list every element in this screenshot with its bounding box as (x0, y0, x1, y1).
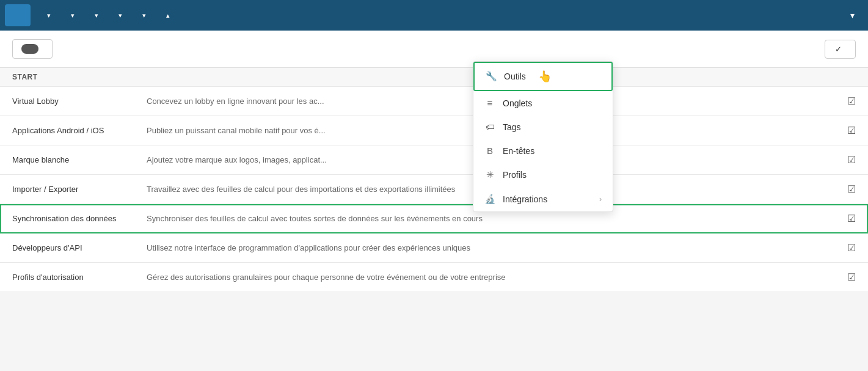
dropdown-item-label: Onglets (503, 98, 532, 108)
nav-item-analytics[interactable]: ▾ (131, 0, 155, 31)
integrations-icon: 🔬 (484, 194, 495, 205)
dropdown-item-label: Intégrations (503, 194, 547, 204)
dropdown-item-en-tetes[interactable]: B En-têtes (473, 139, 613, 163)
tool-checkbox-cell[interactable]: ☑ (835, 233, 868, 263)
tools-table: START Virtual Lobby Concevez un lobby en… (0, 68, 868, 292)
nav-item-agenda[interactable]: ▾ (59, 0, 83, 31)
dropdown-item-integrations[interactable]: 🔬 Intégrations › (473, 187, 613, 211)
toolbar: ✓ (0, 31, 868, 68)
tool-checkbox-cell[interactable]: ☑ (835, 175, 868, 204)
tool-checkbox-cell[interactable]: ☑ (835, 263, 868, 292)
tool-name: Virtual Lobby (0, 87, 134, 116)
outils-icon: 🔧 (486, 71, 497, 82)
chevron-down-icon: ▾ (850, 10, 855, 20)
cursor-icon: 👆 (538, 70, 552, 83)
chevron-up-icon: ▴ (166, 12, 170, 20)
tool-description: Gérez des autorisations granulaires pour… (134, 263, 835, 292)
dropdown-item-label: En-têtes (503, 146, 534, 156)
tool-name: Applications Android / iOS (0, 116, 134, 145)
nav-item-reglages[interactable]: ▴ (155, 0, 178, 31)
toggle-icon (21, 44, 38, 54)
checkbox-icon[interactable]: ☑ (847, 155, 856, 165)
checkbox-icon[interactable]: ☑ (847, 272, 856, 282)
tags-icon: 🏷 (484, 122, 495, 132)
chevron-down-icon: ▾ (95, 12, 98, 20)
tool-name: Profils d'autorisation (0, 263, 134, 292)
navbar: ▾ ▾ ▾ ▾ ▾ ▴ ▾ (0, 0, 868, 31)
nav-item-personnes[interactable]: ▾ (83, 0, 107, 31)
dropdown-item-onglets[interactable]: ≡ Onglets (473, 91, 613, 115)
table-row: Virtual Lobby Concevez un lobby en ligne… (0, 87, 868, 116)
fin-button[interactable]: ✓ (825, 40, 856, 59)
tool-checkbox-cell[interactable]: ☑ (835, 116, 868, 145)
tool-name: Développeurs d'API (0, 233, 134, 263)
chevron-down-icon: ▾ (119, 12, 122, 20)
tool-description: Utilisez notre interface de programmatio… (134, 233, 835, 263)
onglets-icon: ≡ (484, 98, 495, 108)
tool-name: Synchronisation des données (0, 204, 134, 233)
nav-item-marketing[interactable]: ▾ (107, 0, 131, 31)
dropdown-item-profils[interactable]: ✳ Profils (473, 163, 613, 187)
tool-name: Marque blanche (0, 145, 134, 175)
tool-checkbox-cell[interactable]: ☑ (835, 145, 868, 175)
table-row: Marque blanche Ajoutez votre marque aux … (0, 145, 868, 175)
nav-item-mon-evenement[interactable]: ▾ (842, 0, 863, 31)
dropdown-item-label: Profils (503, 170, 527, 180)
checkbox-icon[interactable]: ☑ (847, 125, 856, 136)
check-icon: ✓ (835, 45, 842, 54)
table-row: Importer / Exporter Travaillez avec des … (0, 175, 868, 204)
dropdown-item-outils[interactable]: 🔧 Outils 👆 (473, 62, 613, 91)
checkbox-icon[interactable]: ☑ (847, 213, 856, 224)
dropdown-item-label: Tags (503, 122, 521, 132)
section-label: START (0, 68, 868, 87)
nav-item-evenement[interactable]: ▾ (35, 0, 59, 31)
checkbox-icon[interactable]: ☑ (847, 96, 856, 106)
tool-checkbox-cell[interactable]: ☑ (835, 204, 868, 233)
nav-logo (5, 4, 31, 26)
chevron-down-icon: ▾ (47, 12, 51, 20)
tool-checkbox-cell[interactable]: ☑ (835, 87, 868, 116)
en-tetes-icon: B (484, 145, 495, 156)
table-row: Profils d'autorisation Gérez des autoris… (0, 263, 868, 292)
table-row: Applications Android / iOS Publiez un pu… (0, 116, 868, 145)
dropdown-item-label: Outils (504, 72, 526, 81)
main-content: ✓ START Virtual Lobby Concevez un lobby … (0, 31, 868, 292)
chevron-down-icon: ▾ (142, 12, 146, 20)
chevron-down-icon: ▾ (71, 12, 75, 20)
reglages-dropdown: 🔧 Outils 👆 ≡ Onglets 🏷 Tags B En-têtes ✳… (473, 61, 613, 212)
checkbox-icon[interactable]: ☑ (847, 243, 856, 253)
checkbox-icon[interactable]: ☑ (847, 184, 856, 194)
submenu-chevron-icon: › (599, 195, 602, 204)
table-row: Synchronisation des données Synchroniser… (0, 204, 868, 233)
table-row: Développeurs d'API Utilisez notre interf… (0, 233, 868, 263)
profils-icon: ✳ (484, 169, 495, 180)
table-section-header: START (0, 68, 868, 87)
dropdown-item-tags[interactable]: 🏷 Tags (473, 115, 613, 139)
activate-all-tools-button[interactable] (12, 39, 53, 59)
tool-name: Importer / Exporter (0, 175, 134, 204)
